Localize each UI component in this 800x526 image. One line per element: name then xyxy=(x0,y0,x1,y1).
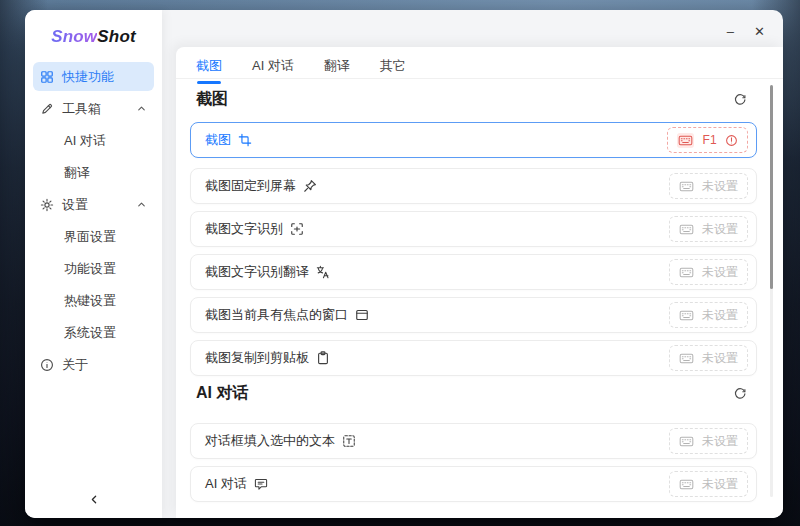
row-label: 截图当前具有焦点的窗口 xyxy=(205,306,348,324)
sidebar-item-label: 界面设置 xyxy=(64,228,116,246)
window-controls: – ✕ xyxy=(725,23,767,40)
sidebar-item-hotkey-settings[interactable]: 热键设置 xyxy=(33,286,154,315)
tab-screenshot[interactable]: 截图 xyxy=(196,57,222,75)
shortcut-status: 未设置 xyxy=(702,307,738,324)
shortcut-row-screenshot[interactable]: 截图 F1 xyxy=(190,122,757,158)
tab-other[interactable]: 其它 xyxy=(380,57,406,75)
shortcut-badge[interactable]: 未设置 xyxy=(669,471,748,497)
sidebar-item-interface-settings[interactable]: 界面设置 xyxy=(33,222,154,251)
scrollbar-track[interactable] xyxy=(770,85,773,497)
app-logo: SnowShot xyxy=(25,27,162,47)
chat-bubble-icon xyxy=(254,477,268,491)
keyboard-icon xyxy=(679,266,694,279)
refresh-section-button[interactable] xyxy=(733,386,747,400)
chevron-up-icon xyxy=(136,103,147,114)
sidebar-item-system-settings[interactable]: 系统设置 xyxy=(33,318,154,347)
sidebar-item-label: 功能设置 xyxy=(64,260,116,278)
sidebar-collapse-button[interactable] xyxy=(87,493,100,506)
row-label: 截图 xyxy=(205,131,231,149)
sidebar-item-label: 工具箱 xyxy=(62,100,101,118)
sidebar-item-translate[interactable]: 翻译 xyxy=(33,158,154,187)
ocr-translate-icon xyxy=(316,265,330,279)
refresh-icon xyxy=(733,386,747,400)
snowshot-settings-window: – ✕ SnowShot 快捷功能 工具箱 xyxy=(25,10,783,518)
shortcut-badge[interactable]: 未设置 xyxy=(669,216,748,242)
toolbox-pen-icon xyxy=(40,102,54,116)
sidebar: SnowShot 快捷功能 工具箱 xyxy=(25,10,162,518)
sidebar-item-ai-chat[interactable]: AI 对话 xyxy=(33,126,154,155)
minimize-button[interactable]: – xyxy=(725,23,736,40)
shortcut-row-ocr[interactable]: 截图文字识别 未设置 xyxy=(190,211,757,247)
tabs-divider xyxy=(176,78,783,79)
keyboard-icon xyxy=(679,435,694,448)
keyboard-icon xyxy=(679,309,694,322)
sidebar-item-label: 翻译 xyxy=(64,164,90,182)
shortcut-status: 未设置 xyxy=(702,221,738,238)
shortcut-status: 未设置 xyxy=(702,433,738,450)
shortcut-badge[interactable]: F1 xyxy=(667,127,748,153)
logo-part-snow: Snow xyxy=(51,27,97,46)
keyboard-icon xyxy=(679,223,694,236)
shortcut-key: F1 xyxy=(702,133,717,147)
keyboard-icon xyxy=(679,180,694,193)
shortcut-badge[interactable]: 未设置 xyxy=(669,345,748,371)
shortcut-status: 未设置 xyxy=(702,350,738,367)
sidebar-item-label: 关于 xyxy=(62,356,88,374)
shortcut-badge[interactable]: 未设置 xyxy=(669,173,748,199)
chevron-up-icon xyxy=(136,199,147,210)
scrollbar-thumb[interactable] xyxy=(770,85,773,289)
sidebar-item-quick-functions[interactable]: 快捷功能 xyxy=(33,62,154,91)
info-icon xyxy=(40,358,54,372)
logo-part-shot: Shot xyxy=(97,27,136,46)
shortcut-row-ocr-translate[interactable]: 截图文字识别翻译 未设置 xyxy=(190,254,757,290)
tab-translate[interactable]: 翻译 xyxy=(324,57,350,75)
ocr-scan-icon xyxy=(290,222,304,236)
sidebar-item-label: AI 对话 xyxy=(64,132,106,150)
sidebar-item-label: 系统设置 xyxy=(64,324,116,342)
tab-ai-chat[interactable]: AI 对话 xyxy=(252,57,294,75)
category-tabs: 截图 AI 对话 翻译 其它 xyxy=(196,57,406,75)
row-label: 截图文字识别 xyxy=(205,220,283,238)
shortcut-row-fill-selected-text[interactable]: 对话框填入选中的文本 未设置 xyxy=(190,423,757,459)
shortcut-status: 未设置 xyxy=(702,264,738,281)
warning-circle-icon xyxy=(725,134,738,147)
sidebar-item-label: 设置 xyxy=(62,196,88,214)
shortcut-badge[interactable]: 未设置 xyxy=(669,428,748,454)
pin-icon xyxy=(303,179,317,193)
shortcut-badge[interactable]: 未设置 xyxy=(669,302,748,328)
refresh-icon xyxy=(733,92,747,106)
row-label: 截图文字识别翻译 xyxy=(205,263,309,281)
desktop-background: – ✕ SnowShot 快捷功能 工具箱 xyxy=(0,0,800,526)
gear-icon xyxy=(40,198,54,212)
keyboard-icon xyxy=(679,478,694,491)
sidebar-item-toolbox[interactable]: 工具箱 xyxy=(33,94,154,123)
shortcut-badge[interactable]: 未设置 xyxy=(669,259,748,285)
keyboard-icon xyxy=(679,352,694,365)
shortcut-row-copy-clipboard[interactable]: 截图复制到剪贴板 未设置 xyxy=(190,340,757,376)
shortcut-row-ai-chat[interactable]: AI 对话 未设置 xyxy=(190,466,757,502)
row-label: AI 对话 xyxy=(205,475,247,493)
clipboard-icon xyxy=(316,351,330,365)
keyboard-icon xyxy=(677,133,694,148)
row-label: 截图固定到屏幕 xyxy=(205,177,296,195)
sidebar-nav: 快捷功能 工具箱 AI 对话 翻译 xyxy=(25,47,162,379)
close-button[interactable]: ✕ xyxy=(752,23,767,40)
shortcut-status: 未设置 xyxy=(702,476,738,493)
shortcut-status: 未设置 xyxy=(702,178,738,195)
main-content-card: 截图 AI 对话 翻译 其它 截图 截图 xyxy=(176,47,783,518)
shortcut-row-fix-to-screen[interactable]: 截图固定到屏幕 未设置 xyxy=(190,168,757,204)
refresh-section-button[interactable] xyxy=(733,92,747,106)
row-label: 截图复制到剪贴板 xyxy=(205,349,309,367)
chevron-left-icon xyxy=(87,493,100,506)
screenshot-crop-icon xyxy=(238,133,252,147)
sidebar-item-function-settings[interactable]: 功能设置 xyxy=(33,254,154,283)
shortcut-row-focused-window[interactable]: 截图当前具有焦点的窗口 未设置 xyxy=(190,297,757,333)
sidebar-item-settings[interactable]: 设置 xyxy=(33,190,154,219)
text-insert-icon xyxy=(342,434,356,448)
section-title-ai-chat: AI 对话 xyxy=(196,383,248,403)
sidebar-item-about[interactable]: 关于 xyxy=(33,350,154,379)
focused-window-icon xyxy=(355,308,369,322)
grid-icon xyxy=(40,70,54,84)
sidebar-item-label: 快捷功能 xyxy=(62,68,114,86)
sidebar-item-label: 热键设置 xyxy=(64,292,116,310)
